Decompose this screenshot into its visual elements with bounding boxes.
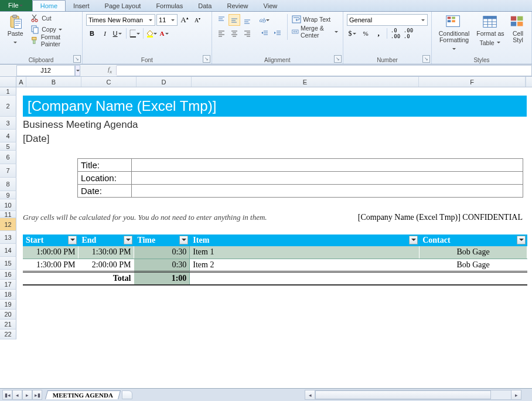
row-header[interactable]: 10: [0, 199, 16, 211]
dialog-launcher-icon[interactable]: ↘: [203, 55, 210, 63]
column-header[interactable]: A: [16, 77, 26, 87]
file-tab[interactable]: File: [0, 0, 32, 11]
tab-review[interactable]: Review: [219, 1, 255, 11]
prev-sheet-button[interactable]: ◂: [12, 390, 22, 400]
date-label-cell[interactable]: Date:: [78, 185, 132, 198]
row-header[interactable]: 5: [0, 142, 16, 151]
fx-icon[interactable]: fx: [104, 66, 117, 74]
format-painter-button[interactable]: Format Painter: [29, 35, 79, 46]
row-header[interactable]: 2: [0, 96, 16, 117]
row-header[interactable]: 3: [0, 117, 16, 130]
cell-item[interactable]: Item 1: [190, 246, 420, 259]
sheet-tab[interactable]: MEETING AGENDA: [45, 390, 121, 399]
row-header[interactable]: 14: [0, 244, 16, 257]
decrease-decimal-button[interactable]: .00.0: [403, 28, 414, 39]
row-header[interactable]: 1: [0, 87, 16, 96]
column-header[interactable]: F: [419, 77, 526, 87]
row-header[interactable]: 7: [0, 164, 16, 178]
row-header[interactable]: 6: [0, 151, 16, 164]
cut-button[interactable]: Cut: [29, 13, 79, 23]
row-header[interactable]: 15: [0, 257, 16, 270]
chevron-down-icon[interactable]: [75, 65, 80, 76]
row-header[interactable]: 13: [0, 231, 16, 244]
row-header[interactable]: 18: [0, 290, 16, 300]
title-value-cell[interactable]: [132, 159, 523, 172]
last-sheet-button[interactable]: ▸▮: [32, 390, 42, 400]
cell-end[interactable]: 2:00:00 PM: [79, 259, 134, 271]
orientation-button[interactable]: ab: [259, 14, 271, 26]
align-left-button[interactable]: [216, 28, 227, 39]
scroll-thumb[interactable]: [315, 390, 491, 399]
scroll-right-button[interactable]: ▸: [511, 390, 521, 399]
cell-contact[interactable]: Bob Gage: [420, 246, 527, 259]
align-middle-button[interactable]: [229, 14, 240, 26]
tab-page-layout[interactable]: Page Layout: [97, 1, 149, 11]
horizontal-scrollbar[interactable]: ◂ ▸: [305, 390, 521, 400]
decrease-font-button[interactable]: A▾: [192, 14, 203, 26]
tab-insert[interactable]: Insert: [66, 1, 97, 11]
tab-view[interactable]: View: [256, 1, 285, 11]
header-end[interactable]: End: [79, 235, 134, 246]
total-time[interactable]: 1:00: [134, 271, 190, 285]
fill-color-button[interactable]: [146, 28, 158, 39]
bold-button[interactable]: B: [86, 28, 98, 39]
italic-button[interactable]: I: [99, 28, 111, 39]
cell-end[interactable]: 1:30:00 PM: [79, 246, 134, 259]
comma-button[interactable]: ,: [373, 28, 384, 39]
name-box[interactable]: J12: [16, 65, 75, 76]
confidential-cell[interactable]: [Company Name (Excel Tmp)] CONFIDENTIAL: [358, 213, 523, 222]
scroll-left-button[interactable]: ◂: [305, 390, 315, 399]
header-item[interactable]: Item: [190, 235, 420, 246]
header-contact[interactable]: Contact: [420, 235, 527, 246]
paste-button[interactable]: Paste: [4, 13, 27, 49]
increase-indent-button[interactable]: [272, 28, 284, 39]
dialog-launcher-icon[interactable]: ↘: [334, 55, 342, 63]
row-header[interactable]: 20: [0, 310, 16, 320]
row-header[interactable]: 21: [0, 320, 16, 329]
column-header[interactable]: [526, 77, 526, 87]
filter-button[interactable]: [68, 236, 77, 244]
formula-input[interactable]: [117, 65, 532, 76]
new-sheet-button[interactable]: [122, 390, 132, 399]
row-header[interactable]: 8: [0, 178, 16, 191]
row-header[interactable]: 17: [0, 280, 16, 290]
cell-start[interactable]: 1:00:00 PM: [23, 246, 79, 259]
location-value-cell[interactable]: [132, 172, 523, 185]
increase-font-button[interactable]: A▴: [179, 14, 190, 26]
filter-button[interactable]: [409, 236, 418, 244]
dialog-launcher-icon[interactable]: ↘: [73, 55, 81, 63]
font-size-select[interactable]: 11: [156, 14, 178, 26]
tab-data[interactable]: Data: [190, 1, 219, 11]
dialog-launcher-icon[interactable]: ↘: [422, 55, 430, 63]
column-header[interactable]: C: [81, 77, 137, 87]
merge-center-button[interactable]: Merge & Center: [291, 26, 339, 37]
cell-time[interactable]: 0:30: [134, 259, 190, 271]
header-start[interactable]: Start: [23, 235, 79, 246]
cell-styles-button[interactable]: Cell Styl: [508, 13, 528, 45]
next-sheet-button[interactable]: ▸: [22, 390, 32, 400]
align-top-button[interactable]: [216, 14, 227, 26]
row-header[interactable]: 16: [0, 270, 16, 280]
tab-formulas[interactable]: Formulas: [148, 1, 190, 11]
first-sheet-button[interactable]: ▮◂: [2, 390, 12, 400]
row-header[interactable]: 11: [0, 211, 16, 218]
column-header[interactable]: D: [137, 77, 192, 87]
column-header[interactable]: B: [26, 77, 81, 87]
percent-button[interactable]: %: [360, 28, 371, 39]
column-header[interactable]: E: [192, 77, 419, 87]
underline-button[interactable]: U: [112, 28, 124, 39]
wrap-text-button[interactable]: Wrap Text: [291, 14, 339, 25]
row-header[interactable]: 9: [0, 191, 16, 199]
row-header[interactable]: 12: [0, 218, 16, 231]
borders-button[interactable]: [129, 28, 141, 39]
date-cell[interactable]: [Date]: [23, 133, 49, 145]
header-time[interactable]: Time: [134, 235, 190, 246]
increase-decimal-button[interactable]: .0.00: [390, 28, 401, 39]
row-header[interactable]: 22: [0, 329, 16, 339]
worksheet-grid[interactable]: ABCDEF 123456789101112131415161718192021…: [0, 77, 532, 388]
conditional-formatting-button[interactable]: Conditional Formatting: [435, 13, 473, 55]
location-label-cell[interactable]: Location:: [78, 172, 132, 185]
accounting-format-button[interactable]: $: [347, 28, 359, 39]
filter-button[interactable]: [517, 236, 526, 244]
font-name-select[interactable]: Times New Roman: [86, 14, 155, 26]
